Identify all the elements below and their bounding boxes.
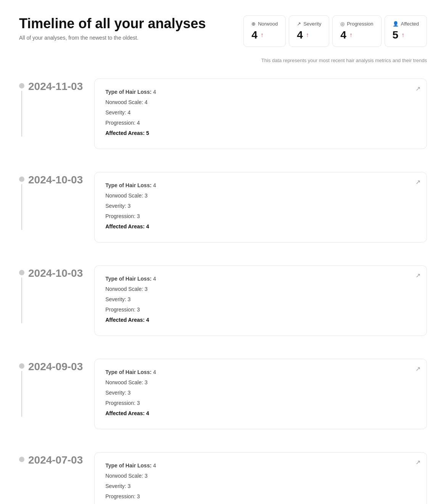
metric-trend-progression: ↑ bbox=[349, 32, 353, 39]
timeline-dot bbox=[19, 457, 24, 462]
card-affected-areas: Affected Areas: 5 bbox=[105, 129, 416, 137]
metric-value-norwood: 4 bbox=[251, 29, 258, 41]
metric-value-row-norwood: 4 ↑ bbox=[251, 29, 278, 41]
card-severity: Severity: 4 bbox=[105, 109, 416, 117]
metric-value-row-progression: 4 ↑ bbox=[340, 29, 373, 41]
card-severity: Severity: 3 bbox=[105, 295, 416, 303]
metric-card-affected: 👤 Affected 5 ↑ bbox=[385, 15, 427, 47]
metric-label-text-norwood: Norwood bbox=[258, 21, 278, 27]
timeline-dot bbox=[19, 270, 24, 275]
timeline-dot bbox=[19, 83, 24, 88]
card-type-hair-loss: Type of Hair Loss: 4 bbox=[105, 181, 416, 189]
timeline-date: 2024-11-03 bbox=[28, 80, 83, 93]
metric-label-progression: ◎ Progression bbox=[340, 21, 373, 27]
metric-label-affected: 👤 Affected bbox=[393, 21, 419, 27]
metric-label-text-affected: Affected bbox=[401, 21, 419, 27]
card-type-hair-loss: Type of Hair Loss: 4 bbox=[105, 368, 416, 376]
page-subtitle: All of your analyses, from the newest to… bbox=[19, 35, 228, 41]
data-note: This data represents your most recent ha… bbox=[19, 55, 427, 63]
card-progression: Progression: 3 bbox=[105, 306, 416, 314]
timeline-line bbox=[21, 278, 22, 323]
card-norwood-scale: Norwood Scale: 3 bbox=[105, 472, 416, 480]
timeline-date: 2024-10-03 bbox=[28, 173, 83, 186]
external-link-icon[interactable]: ↗ bbox=[415, 178, 420, 186]
metrics-row: ⊕ Norwood 4 ↑ ↗ Severity 4 ↑ ◎ Progressi… bbox=[243, 15, 427, 47]
timeline-date-container: 2024-09-03 bbox=[19, 359, 83, 429]
header-section: Timeline of all your analyses All of you… bbox=[19, 15, 427, 47]
metric-value-affected: 5 bbox=[393, 29, 399, 41]
metric-card-progression: ◎ Progression 4 ↑ bbox=[332, 15, 381, 47]
card-type-hair-loss: Type of Hair Loss: 4 bbox=[105, 275, 416, 283]
metric-value-row-severity: 4 ↑ bbox=[297, 29, 321, 41]
card-progression: Progression: 4 bbox=[105, 119, 416, 127]
metric-label-norwood: ⊕ Norwood bbox=[251, 21, 278, 27]
card-norwood-scale: Norwood Scale: 3 bbox=[105, 285, 416, 293]
metric-label-text-severity: Severity bbox=[303, 21, 321, 27]
metric-value-severity: 4 bbox=[297, 29, 303, 41]
timeline-item: 2024-07-03 ↗ Type of Hair Loss: 4 Norwoo… bbox=[19, 452, 427, 504]
card-norwood-scale: Norwood Scale: 3 bbox=[105, 379, 416, 387]
timeline-dot bbox=[19, 363, 24, 369]
timeline-container: 2024-11-03 ↗ Type of Hair Loss: 4 Norwoo… bbox=[19, 79, 427, 504]
timeline-item: 2024-10-03 ↗ Type of Hair Loss: 4 Norwoo… bbox=[19, 172, 427, 242]
card-norwood-scale: Norwood Scale: 4 bbox=[105, 98, 416, 106]
timeline-date: 2024-10-03 bbox=[28, 267, 83, 280]
card-severity: Severity: 3 bbox=[105, 202, 416, 210]
analysis-card[interactable]: ↗ Type of Hair Loss: 4 Norwood Scale: 4 … bbox=[94, 79, 427, 149]
page-title: Timeline of all your analyses bbox=[19, 15, 228, 32]
timeline-date-container: 2024-07-03 bbox=[19, 452, 83, 504]
card-affected-areas: Affected Areas: 4 bbox=[105, 316, 416, 324]
external-link-icon[interactable]: ↗ bbox=[415, 365, 420, 372]
card-severity: Severity: 3 bbox=[105, 389, 416, 397]
card-progression: Progression: 3 bbox=[105, 212, 416, 220]
metric-trend-affected: ↑ bbox=[401, 32, 404, 39]
metric-trend-severity: ↑ bbox=[306, 32, 309, 39]
metric-value-row-affected: 5 ↑ bbox=[393, 29, 419, 41]
timeline-item: 2024-11-03 ↗ Type of Hair Loss: 4 Norwoo… bbox=[19, 79, 427, 149]
title-block: Timeline of all your analyses All of you… bbox=[19, 15, 228, 41]
analysis-card[interactable]: ↗ Type of Hair Loss: 4 Norwood Scale: 3 … bbox=[94, 359, 427, 429]
card-type-hair-loss: Type of Hair Loss: 4 bbox=[105, 88, 416, 96]
metric-label-text-progression: Progression bbox=[347, 21, 373, 27]
metric-card-severity: ↗ Severity 4 ↑ bbox=[289, 15, 329, 47]
card-affected-areas: Affected Areas: 4 bbox=[105, 223, 416, 231]
timeline-date-container: 2024-11-03 bbox=[19, 79, 83, 149]
analysis-card[interactable]: ↗ Type of Hair Loss: 4 Norwood Scale: 3 … bbox=[94, 452, 427, 504]
external-link-icon[interactable]: ↗ bbox=[415, 85, 420, 92]
timeline-dot bbox=[19, 177, 24, 182]
metric-icon-norwood: ⊕ bbox=[251, 21, 256, 27]
timeline-date: 2024-07-03 bbox=[28, 454, 83, 467]
metric-icon-progression: ◎ bbox=[340, 21, 345, 27]
card-affected-areas: Affected Areas: 4 bbox=[105, 409, 416, 417]
timeline-item: 2024-09-03 ↗ Type of Hair Loss: 4 Norwoo… bbox=[19, 359, 427, 429]
analysis-card[interactable]: ↗ Type of Hair Loss: 4 Norwood Scale: 3 … bbox=[94, 265, 427, 336]
metric-card-norwood: ⊕ Norwood 4 ↑ bbox=[243, 15, 286, 47]
timeline-date-container: 2024-10-03 bbox=[19, 172, 83, 242]
card-progression: Progression: 3 bbox=[105, 399, 416, 407]
timeline-item: 2024-10-03 ↗ Type of Hair Loss: 4 Norwoo… bbox=[19, 265, 427, 336]
timeline-line bbox=[21, 91, 22, 136]
metric-value-progression: 4 bbox=[340, 29, 346, 41]
metric-trend-norwood: ↑ bbox=[261, 32, 264, 39]
card-type-hair-loss: Type of Hair Loss: 4 bbox=[105, 462, 416, 470]
card-progression: Progression: 3 bbox=[105, 493, 416, 501]
metric-icon-affected: 👤 bbox=[393, 21, 399, 27]
metric-label-severity: ↗ Severity bbox=[297, 21, 321, 27]
card-norwood-scale: Norwood Scale: 3 bbox=[105, 192, 416, 200]
timeline-date-container: 2024-10-03 bbox=[19, 265, 83, 336]
analysis-card[interactable]: ↗ Type of Hair Loss: 4 Norwood Scale: 3 … bbox=[94, 172, 427, 242]
timeline-date: 2024-09-03 bbox=[28, 360, 83, 373]
metric-icon-severity: ↗ bbox=[297, 21, 301, 27]
timeline-line bbox=[21, 371, 22, 417]
external-link-icon[interactable]: ↗ bbox=[415, 272, 420, 279]
card-severity: Severity: 3 bbox=[105, 482, 416, 490]
timeline-line bbox=[21, 184, 22, 230]
external-link-icon[interactable]: ↗ bbox=[415, 459, 420, 466]
